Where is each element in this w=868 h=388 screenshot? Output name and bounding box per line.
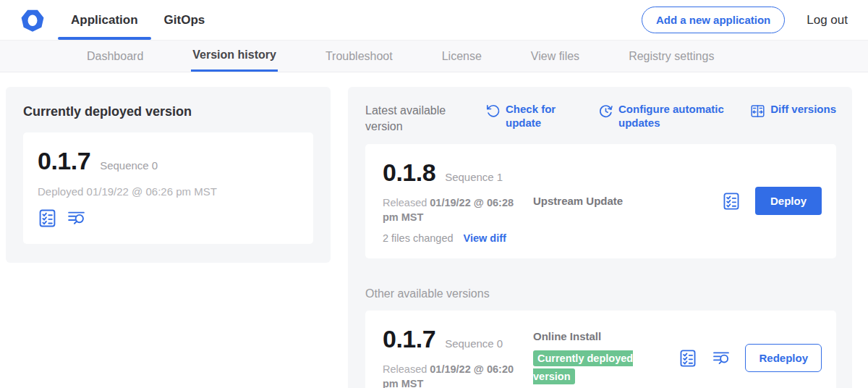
subnav-version-history[interactable]: Version history	[191, 41, 278, 72]
view-diff-link[interactable]: View diff	[464, 232, 506, 244]
deployed-version-number: 0.1.7	[38, 147, 90, 175]
subnav-view-files[interactable]: View files	[529, 41, 581, 72]
preflight-checks-icon[interactable]	[38, 208, 57, 228]
latest-available-title: Latest available version	[365, 103, 456, 134]
diff-versions-icon	[750, 104, 765, 119]
app-header: Application GitOps Add a new application…	[0, 0, 868, 41]
check-for-update-link[interactable]: Check for update	[485, 103, 559, 130]
header-right: Add a new application Log out	[642, 0, 868, 40]
currently-deployed-panel: Currently deployed version 0.1.7 Sequenc…	[6, 87, 331, 263]
other-version-card: 0.1.7 Sequence 0 Released 01/19/22 @ 06:…	[365, 311, 836, 388]
currently-deployed-badge: Currently deployed version	[533, 350, 633, 384]
diff-versions-link[interactable]: Diff versions	[750, 103, 836, 119]
other-version-number: 0.1.7	[383, 325, 435, 353]
view-deploy-logs-icon[interactable]	[67, 208, 86, 228]
preflight-checks-icon[interactable]	[722, 192, 741, 211]
subnav-license[interactable]: License	[441, 41, 483, 72]
preflight-checks-icon[interactable]	[678, 349, 697, 368]
automatic-updates-icon	[598, 104, 613, 119]
latest-sequence: Sequence 1	[445, 171, 503, 183]
kots-logo[interactable]	[19, 0, 46, 40]
latest-version-card: 0.1.8 Sequence 1 Released 01/19/22 @ 06:…	[365, 144, 836, 258]
other-version-source: Online Install	[533, 330, 678, 342]
subnav-troubleshoot[interactable]: Troubleshoot	[324, 41, 394, 72]
latest-version-number: 0.1.8	[383, 159, 435, 187]
available-versions-panel: Latest available version Check for updat…	[348, 87, 852, 388]
deployed-timestamp: Deployed 01/19/22 @ 06:26 pm MST	[38, 185, 296, 198]
configure-automatic-updates-link[interactable]: Configure automatic updates	[598, 103, 727, 130]
view-deploy-logs-icon[interactable]	[712, 349, 731, 368]
subnav-registry-settings[interactable]: Registry settings	[627, 41, 715, 72]
subnav-dashboard[interactable]: Dashboard	[85, 41, 145, 72]
other-sequence: Sequence 0	[445, 337, 503, 350]
app-subnav: Dashboard Version history Troubleshoot L…	[0, 41, 868, 72]
files-changed-label: 2 files changed	[383, 232, 454, 244]
deployed-panel-title: Currently deployed version	[23, 104, 313, 119]
tab-gitops[interactable]: GitOps	[151, 0, 218, 40]
other-versions-heading: Other available versions	[365, 287, 836, 300]
add-application-button[interactable]: Add a new application	[642, 7, 785, 33]
redeploy-button[interactable]: Redeploy	[745, 344, 822, 372]
tab-application[interactable]: Application	[58, 0, 151, 40]
check-for-update-icon	[485, 104, 501, 119]
latest-version-source: Upstream Update	[533, 195, 722, 207]
latest-release-timestamp: Released 01/19/22 @ 06:28 pm MST	[383, 195, 520, 225]
deployed-version-card: 0.1.7 Sequence 0 Deployed 01/19/22 @ 06:…	[23, 132, 313, 244]
deployed-sequence: Sequence 0	[100, 159, 158, 172]
other-release-timestamp: Released 01/19/22 @ 06:20 pm MST	[383, 362, 520, 388]
logout-button[interactable]: Log out	[807, 13, 848, 28]
deploy-button[interactable]: Deploy	[755, 187, 822, 215]
